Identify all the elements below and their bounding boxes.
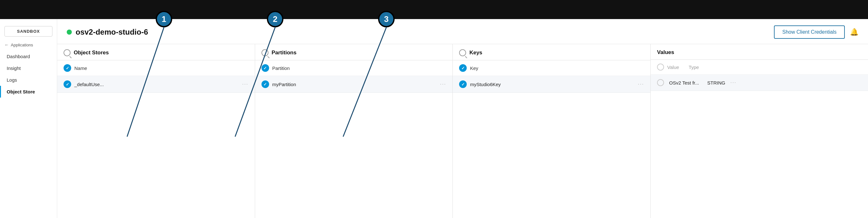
status-indicator	[67, 30, 72, 35]
back-to-applications[interactable]: ← Applications	[0, 40, 57, 49]
nav-item-logs[interactable]: Logs	[0, 74, 57, 86]
nav-item-dashboard[interactable]: Dashboard	[0, 51, 57, 62]
values-row-value: OSv2 Test fr...	[669, 80, 699, 86]
object-stores-search-icon[interactable]	[64, 49, 70, 56]
values-column: Values Value Type OSv2 Test fr... STRING	[651, 44, 868, 218]
step-bubble-1: 1	[156, 11, 172, 27]
object-stores-body: Name _defaultUse... ···	[57, 60, 255, 218]
object-stores-row-check[interactable]	[64, 81, 71, 88]
main-content: osv2-demo-studio-6 Show Client Credentia…	[57, 19, 868, 218]
partitions-row-check[interactable]	[261, 81, 269, 88]
keys-data-row[interactable]: myStudio6Key ···	[453, 76, 650, 93]
partitions-row-value: myPartition	[272, 82, 437, 87]
keys-filter-label: Key	[470, 65, 644, 71]
values-header: Values	[651, 44, 868, 60]
values-row-type: STRING	[707, 80, 725, 86]
keys-row-value: myStudio6Key	[470, 82, 634, 87]
back-arrow-icon: ←	[4, 42, 9, 48]
header-actions: Show Client Credentials 🔔	[774, 25, 859, 39]
keys-body: Key myStudio6Key ···	[453, 60, 650, 218]
app-name: osv2-demo-studio-6	[67, 28, 148, 36]
keys-title: Keys	[469, 50, 482, 56]
keys-filter-row: Key	[453, 60, 650, 76]
keys-search-icon[interactable]	[459, 49, 466, 56]
keys-column: Keys Key myStudio6Key ···	[453, 44, 651, 218]
object-stores-filter-row: Name	[57, 60, 255, 76]
values-filter-col1: Value	[657, 64, 679, 70]
values-dots-menu[interactable]: ···	[731, 80, 737, 86]
step-bubble-2: 2	[267, 11, 283, 27]
object-stores-check[interactable]	[64, 64, 71, 72]
values-col1-label: Value	[667, 64, 679, 70]
back-label: Applications	[11, 42, 33, 48]
partitions-dots-menu[interactable]: ···	[440, 81, 446, 87]
values-body: Value Type OSv2 Test fr... STRING ···	[651, 60, 868, 218]
keys-header: Keys	[453, 44, 650, 60]
keys-row-check[interactable]	[459, 81, 467, 88]
nav-item-object-store[interactable]: Object Store	[0, 86, 57, 98]
partitions-body: Partition myPartition ···	[255, 60, 453, 218]
values-title: Values	[657, 49, 674, 56]
partitions-filter-label: Partition	[272, 65, 446, 71]
values-filter-row: Value Type	[651, 60, 868, 75]
show-credentials-button[interactable]: Show Client Credentials	[774, 25, 845, 39]
object-stores-column: Object Stores Name _defaultUse... ···	[57, 44, 255, 218]
sidebar: SANDBOX ← Applications Dashboard Insight…	[0, 19, 57, 218]
object-stores-dots-menu[interactable]: ···	[242, 81, 248, 87]
values-data-row[interactable]: OSv2 Test fr... STRING ···	[651, 75, 868, 91]
object-stores-header: Object Stores	[57, 44, 255, 60]
app-name-text: osv2-demo-studio-6	[75, 28, 148, 36]
values-col2-label: Type	[688, 64, 699, 70]
step-bubble-3: 3	[378, 11, 395, 27]
values-row-radio[interactable]	[657, 79, 664, 86]
partitions-data-row[interactable]: myPartition ···	[255, 76, 453, 93]
partitions-filter-row: Partition	[255, 60, 453, 76]
partitions-title: Partitions	[272, 50, 297, 56]
values-radio[interactable]	[657, 64, 664, 70]
partitions-check[interactable]	[261, 64, 269, 72]
bell-icon[interactable]: 🔔	[850, 28, 859, 36]
nav-item-insight[interactable]: Insight	[0, 62, 57, 74]
columns-area: Object Stores Name _defaultUse... ···	[57, 44, 868, 218]
keys-dots-menu[interactable]: ···	[638, 81, 644, 87]
content-header: osv2-demo-studio-6 Show Client Credentia…	[57, 19, 868, 44]
object-stores-row-value: _defaultUse...	[74, 82, 239, 87]
partitions-search-icon[interactable]	[261, 49, 269, 56]
object-stores-filter-label: Name	[74, 65, 248, 71]
sandbox-button[interactable]: SANDBOX	[4, 26, 53, 36]
object-stores-data-row[interactable]: _defaultUse... ···	[57, 76, 255, 93]
partitions-column: Partitions Partition myPartition ···	[255, 44, 453, 218]
partitions-header: Partitions	[255, 44, 453, 60]
object-stores-title: Object Stores	[74, 50, 109, 56]
keys-check[interactable]	[459, 64, 467, 72]
